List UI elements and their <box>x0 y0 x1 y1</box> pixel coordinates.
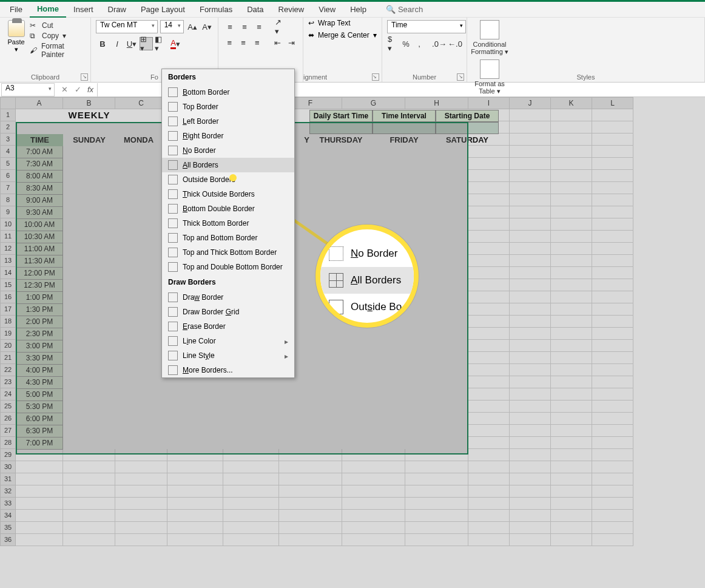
cell[interactable] <box>342 449 405 461</box>
row-header-13[interactable]: 13 <box>0 255 16 267</box>
menu-file[interactable]: File <box>2 2 30 18</box>
align-middle-button[interactable]: ≡ <box>238 20 251 33</box>
cell[interactable] <box>551 194 592 206</box>
cell[interactable] <box>63 534 115 546</box>
cell[interactable] <box>551 364 592 376</box>
menu-draw[interactable]: Draw <box>101 2 133 18</box>
cell[interactable] <box>468 255 510 267</box>
row-header-6[interactable]: 6 <box>0 170 16 182</box>
cell[interactable] <box>63 485 115 498</box>
row-header-25[interactable]: 25 <box>0 400 16 413</box>
cell[interactable] <box>551 437 592 449</box>
cell[interactable] <box>592 206 633 218</box>
cell[interactable] <box>115 485 167 498</box>
row-header-17[interactable]: 17 <box>0 303 16 316</box>
cell[interactable] <box>510 388 551 400</box>
cell[interactable] <box>551 303 592 316</box>
time-cell[interactable]: 9:30 AM <box>16 207 63 219</box>
cell[interactable] <box>279 498 342 510</box>
cell[interactable] <box>468 400 510 413</box>
conditional-formatting-button[interactable]: Conditional Formatting ▾ <box>471 20 508 56</box>
cell[interactable] <box>592 461 633 473</box>
time-cell[interactable]: 5:30 PM <box>16 401 63 413</box>
cell[interactable] <box>468 352 510 364</box>
cell[interactable] <box>115 498 167 510</box>
cut-button[interactable]: ✂Cut <box>30 21 86 30</box>
cell[interactable] <box>167 485 223 498</box>
cell[interactable] <box>592 413 633 425</box>
cell[interactable] <box>510 206 551 218</box>
cell[interactable] <box>551 146 592 158</box>
cell[interactable] <box>510 413 551 425</box>
row-header-14[interactable]: 14 <box>0 267 16 279</box>
cell[interactable] <box>468 182 510 194</box>
cell[interactable] <box>223 461 279 473</box>
cell-daily-start-value[interactable] <box>309 122 373 134</box>
worksheet[interactable]: A B C D E F G H I J K L 1234567891011121… <box>0 97 705 588</box>
cell[interactable] <box>16 510 63 522</box>
cell[interactable] <box>510 510 551 522</box>
cell[interactable] <box>223 485 279 498</box>
row-header-22[interactable]: 22 <box>0 364 16 376</box>
fill-color-button[interactable]: ◧ ▾ <box>154 37 167 50</box>
row-header-1[interactable]: 1 <box>0 109 16 121</box>
cell[interactable] <box>551 388 592 400</box>
row-header-35[interactable]: 35 <box>0 522 16 534</box>
cell[interactable] <box>592 522 633 534</box>
border-option-bottom-border[interactable]: Bottom Border <box>162 85 294 100</box>
cell[interactable] <box>592 218 633 231</box>
cell[interactable] <box>551 461 592 473</box>
format-painter-button[interactable]: 🖌Format Painter <box>30 42 86 59</box>
cell[interactable] <box>551 534 592 546</box>
cell[interactable] <box>510 133 551 146</box>
enter-formula-icon[interactable]: ✓ <box>72 84 84 96</box>
decrease-decimal-button[interactable]: ←.0 <box>448 37 462 50</box>
cell[interactable] <box>468 243 510 255</box>
cell[interactable] <box>551 400 592 413</box>
decrease-font-button[interactable]: A▾ <box>201 20 213 33</box>
cell[interactable] <box>592 388 633 400</box>
cell[interactable] <box>592 158 633 170</box>
row-header-11[interactable]: 11 <box>0 231 16 243</box>
row-header-16[interactable]: 16 <box>0 291 16 303</box>
cell[interactable] <box>468 218 510 231</box>
cell[interactable] <box>592 364 633 376</box>
cell[interactable] <box>592 194 633 206</box>
cell[interactable] <box>592 449 633 461</box>
row-header-31[interactable]: 31 <box>0 473 16 485</box>
cell[interactable] <box>468 425 510 437</box>
cell[interactable] <box>468 534 510 546</box>
cell[interactable] <box>63 522 115 534</box>
row-header-24[interactable]: 24 <box>0 388 16 400</box>
draw-option-line-style[interactable]: Line Style▸ <box>162 348 294 363</box>
increase-decimal-button[interactable]: .0→ <box>433 37 446 50</box>
col-header-c[interactable]: C <box>115 97 167 109</box>
wrap-text-button[interactable]: ↩Wrap Text <box>308 19 377 27</box>
cell[interactable] <box>468 328 510 340</box>
time-cell[interactable]: 7:30 AM <box>16 158 63 171</box>
cell[interactable] <box>510 400 551 413</box>
border-option-top-and-bottom-border[interactable]: Top and Bottom Border <box>162 231 294 245</box>
align-top-button[interactable]: ≡ <box>223 20 237 33</box>
cell[interactable] <box>16 485 63 498</box>
row-header-9[interactable]: 9 <box>0 206 16 218</box>
cell[interactable] <box>551 158 592 170</box>
cell[interactable] <box>551 218 592 231</box>
cell[interactable] <box>551 522 592 534</box>
cell[interactable] <box>405 485 468 498</box>
cell[interactable] <box>468 522 510 534</box>
cell[interactable] <box>510 498 551 510</box>
decrease-indent-button[interactable]: ⇤ <box>272 36 285 49</box>
cell[interactable] <box>510 437 551 449</box>
cell[interactable] <box>468 206 510 218</box>
cell[interactable] <box>510 522 551 534</box>
cell[interactable] <box>63 498 115 510</box>
draw-option-draw-border-grid[interactable]: Draw Border Grid <box>162 305 294 319</box>
cell[interactable] <box>16 498 63 510</box>
cell[interactable] <box>592 340 633 352</box>
cell[interactable] <box>468 267 510 279</box>
cell[interactable] <box>63 461 115 473</box>
row-header-15[interactable]: 15 <box>0 279 16 291</box>
draw-option-line-color[interactable]: Line Color▸ <box>162 334 294 348</box>
cell[interactable] <box>510 425 551 437</box>
